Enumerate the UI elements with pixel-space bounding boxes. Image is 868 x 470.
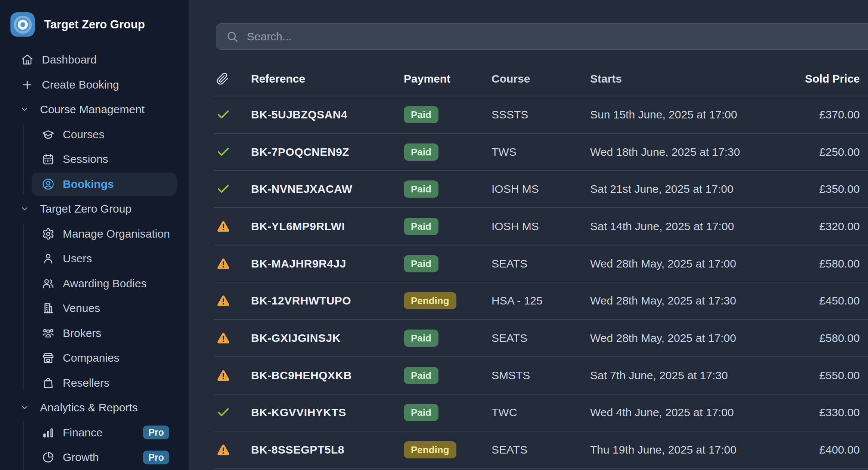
price-cell: £580.00 <box>769 332 868 344</box>
payment-badge: Paid <box>404 143 438 161</box>
price-cell: £580.00 <box>769 257 868 270</box>
sidebar-item-manage-organisation[interactable]: Manage Organisation <box>0 222 189 247</box>
payment-badge: Paid <box>404 255 438 272</box>
sidebar-nav: Dashboard Create Booking Course Manageme… <box>0 47 189 470</box>
table-row[interactable]: BK-BC9HEHQXKB Paid SMSTS Sat 7th June, 2… <box>214 357 868 395</box>
starts-cell: Sat 21st June, 2025 at 17:00 <box>590 183 769 195</box>
bookings-table: Reference Payment Course Starts Sold Pri… <box>214 62 868 469</box>
payment-badge: Paid <box>404 106 438 123</box>
gear-icon <box>42 228 55 240</box>
sidebar-item-target-zero-group[interactable]: Target Zero Group <box>0 197 189 222</box>
course-cell: TWS <box>492 146 590 158</box>
search-bar[interactable] <box>216 23 868 50</box>
payment-badge: Pending <box>404 441 456 458</box>
sidebar-item-create-booking[interactable]: Create Booking <box>0 72 189 98</box>
check-icon <box>216 108 230 122</box>
table-row[interactable]: BK-7POQCNEN9Z Paid TWS Wed 18th June, 20… <box>214 134 868 171</box>
payment-badge: Pending <box>404 292 456 309</box>
warning-icon <box>216 294 230 308</box>
indent-guide <box>23 125 24 194</box>
table-row[interactable]: BK-NVNEJXACAW Paid IOSH MS Sat 21st June… <box>214 171 868 208</box>
table-row[interactable]: BK-GXIJGINSJK Paid SEATS Wed 28th May, 2… <box>214 320 868 357</box>
table-header: Reference Payment Course Starts Sold Pri… <box>214 62 868 96</box>
table-row[interactable]: BK-5UJBZQSAN4 Paid SSSTS Sun 15th June, … <box>214 96 868 134</box>
user-icon <box>42 252 55 265</box>
check-icon <box>216 145 230 159</box>
pie-chart-icon <box>42 451 55 464</box>
starts-cell: Wed 4th June, 2025 at 17:00 <box>590 406 769 419</box>
paperclip-icon <box>216 72 229 85</box>
sidebar-item-analytics-reports[interactable]: Analytics & Reports <box>0 395 189 420</box>
booking-reference: BK-7POQCNEN9Z <box>251 146 404 158</box>
course-cell: IOSH MS <box>492 220 590 233</box>
booking-reference: BK-GXIJGINSJK <box>251 332 404 344</box>
table-row[interactable]: BK-12VRHWTUPO Pending HSA - 125 Wed 28th… <box>214 282 868 320</box>
warning-icon <box>216 257 230 271</box>
pro-badge: Pro <box>143 451 169 464</box>
price-cell: £330.00 <box>769 406 868 419</box>
chevron-down-icon <box>20 105 29 114</box>
sidebar-item-venues[interactable]: Venues <box>0 296 189 321</box>
header-course: Course <box>492 72 590 85</box>
sidebar-item-courses[interactable]: Courses <box>0 122 189 147</box>
check-icon <box>216 405 230 420</box>
warning-icon <box>216 368 230 383</box>
header-sold-price: Sold Price <box>769 72 868 85</box>
warning-icon <box>216 331 230 345</box>
sidebar-item-dashboard[interactable]: Dashboard <box>0 47 189 72</box>
sidebar: Target Zero Group Dashboard Create Booki… <box>0 0 189 470</box>
course-cell: TWC <box>492 406 590 419</box>
check-icon <box>216 182 230 196</box>
starts-cell: Thu 19th June, 2025 at 17:00 <box>590 443 769 456</box>
sidebar-item-users[interactable]: Users <box>0 246 189 271</box>
table-row[interactable]: BK-KGVVIHYKTS Paid TWC Wed 4th June, 202… <box>214 395 868 432</box>
price-cell: £320.00 <box>769 220 868 233</box>
search-icon <box>226 30 239 43</box>
booking-reference: BK-YL6MP9RLWI <box>251 220 404 233</box>
sidebar-item-finance[interactable]: Finance Pro <box>0 420 189 445</box>
sidebar-item-companies[interactable]: Companies <box>0 346 189 371</box>
sidebar-item-brokers[interactable]: Brokers <box>0 321 189 346</box>
price-cell: £250.00 <box>769 146 868 158</box>
course-cell: IOSH MS <box>492 183 590 195</box>
starts-cell: Wed 28th May, 2025 at 17:00 <box>590 257 769 270</box>
course-cell: HSA - 125 <box>492 294 590 307</box>
header-payment: Payment <box>404 72 492 85</box>
sidebar-item-bookings[interactable]: Bookings <box>0 172 189 197</box>
course-cell: SEATS <box>492 332 590 344</box>
users-icon <box>42 277 55 290</box>
chevron-down-icon <box>20 204 29 213</box>
booking-reference: BK-MAJHR9R4JJ <box>251 257 404 270</box>
course-cell: SEATS <box>492 443 590 456</box>
starts-cell: Wed 28th May, 2025 at 17:30 <box>590 294 769 307</box>
table-row[interactable]: BK-YL6MP9RLWI Paid IOSH MS Sat 14th June… <box>214 208 868 245</box>
price-cell: £370.00 <box>769 108 868 121</box>
payment-badge: Paid <box>404 330 438 347</box>
starts-cell: Wed 28th May, 2025 at 17:00 <box>590 332 769 344</box>
sidebar-item-course-management[interactable]: Course Management <box>0 97 189 122</box>
table-row[interactable]: BK-8SSEGPT5L8 Pending SEATS Thu 19th Jun… <box>214 432 868 469</box>
course-cell: SMSTS <box>492 369 590 382</box>
sidebar-item-sessions[interactable]: Sessions <box>0 147 189 172</box>
booking-reference: BK-8SSEGPT5L8 <box>251 443 404 456</box>
starts-cell: Sat 14th June, 2025 at 17:00 <box>590 220 769 233</box>
booking-reference: BK-BC9HEHQXKB <box>251 369 404 382</box>
storefront-icon <box>42 352 55 364</box>
price-cell: £350.00 <box>769 183 868 195</box>
chevron-down-icon <box>20 403 29 412</box>
course-cell: SEATS <box>492 257 590 270</box>
user-circle-icon <box>42 178 55 191</box>
payment-badge: Paid <box>404 367 438 384</box>
sidebar-item-awarding-bodies[interactable]: Awarding Bodies <box>0 271 189 296</box>
main-content: Reference Payment Course Starts Sold Pri… <box>190 0 868 470</box>
target-logo-icon <box>10 12 35 37</box>
brand: Target Zero Group <box>10 12 145 37</box>
calendar-icon <box>42 153 55 166</box>
table-row[interactable]: BK-MAJHR9R4JJ Paid SEATS Wed 28th May, 2… <box>214 245 868 283</box>
search-input[interactable] <box>246 30 868 43</box>
sidebar-item-growth[interactable]: Growth Pro <box>0 445 189 470</box>
booking-reference: BK-NVNEJXACAW <box>251 183 404 195</box>
booking-reference: BK-12VRHWTUPO <box>251 294 404 307</box>
sidebar-item-resellers[interactable]: Resellers <box>0 371 189 396</box>
building-icon <box>42 302 55 315</box>
